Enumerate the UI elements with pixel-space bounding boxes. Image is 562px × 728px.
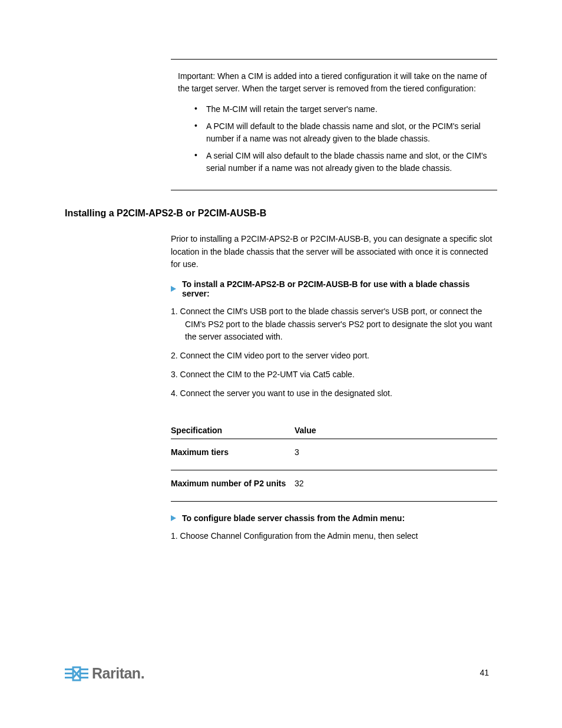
spec-row: Maximum number of P2 units 32: [171, 470, 497, 502]
spec-cell: Maximum tiers: [171, 447, 295, 457]
procedure-label: To install a P2CIM-APS2-B or P2CIM-AUSB-…: [182, 279, 497, 298]
spec-table: Specification Value Maximum tiers 3 Maxi…: [171, 426, 497, 502]
svg-rect-3: [80, 668, 88, 670]
spec-header-spec: Specification: [171, 426, 295, 435]
brand-name: Raritan.: [92, 665, 144, 682]
spec-header-value: Value: [295, 426, 497, 435]
svg-rect-4: [80, 673, 88, 674]
svg-rect-0: [65, 668, 73, 670]
step: 1. Connect the CIM's USB port to the bla…: [171, 305, 497, 344]
spec-row: Maximum tiers 3: [171, 439, 497, 470]
note-item: The M-CIM will retain the target server'…: [194, 103, 490, 116]
spec-table-head: Specification Value: [171, 426, 497, 439]
step: 4. Connect the server you want to use in…: [171, 387, 497, 400]
triangle-icon: [171, 515, 176, 521]
intro-paragraph: Prior to installing a P2CIM-APS2-B or P2…: [171, 233, 497, 271]
step: 2. Connect the CIM video port to the ser…: [171, 350, 497, 363]
note-item: A PCIM will default to the blade chassis…: [194, 120, 490, 145]
section-heading: Installing a P2CIM-APS2-B or P2CIM-AUSB-…: [65, 208, 497, 219]
step: 1. Choose Channel Configuration from the…: [171, 530, 497, 543]
spec-cell: 32: [295, 479, 497, 488]
procedure-heading: To configure blade server chassis from t…: [171, 513, 497, 523]
logo-mark-icon: [65, 666, 88, 681]
note-list: The M-CIM will retain the target server'…: [178, 103, 490, 174]
procedure-label: To configure blade server chassis from t…: [182, 513, 405, 523]
page-number: 41: [480, 668, 489, 677]
spec-cell: 3: [295, 447, 497, 457]
svg-rect-5: [80, 677, 88, 678]
triangle-icon: [171, 286, 176, 292]
note-box: Important: When a CIM is added into a ti…: [171, 59, 497, 190]
spec-cell: Maximum number of P2 units: [171, 479, 295, 488]
note-item: A serial CIM will also default to the bl…: [194, 150, 490, 174]
step: 3. Connect the CIM to the P2-UMT via Cat…: [171, 368, 497, 381]
brand-logo: Raritan.: [65, 665, 144, 682]
note-intro: Important: When a CIM is added into a ti…: [178, 70, 490, 95]
svg-rect-2: [65, 677, 73, 678]
svg-rect-1: [65, 673, 73, 674]
procedure-heading: To install a P2CIM-APS2-B or P2CIM-AUSB-…: [171, 279, 497, 298]
